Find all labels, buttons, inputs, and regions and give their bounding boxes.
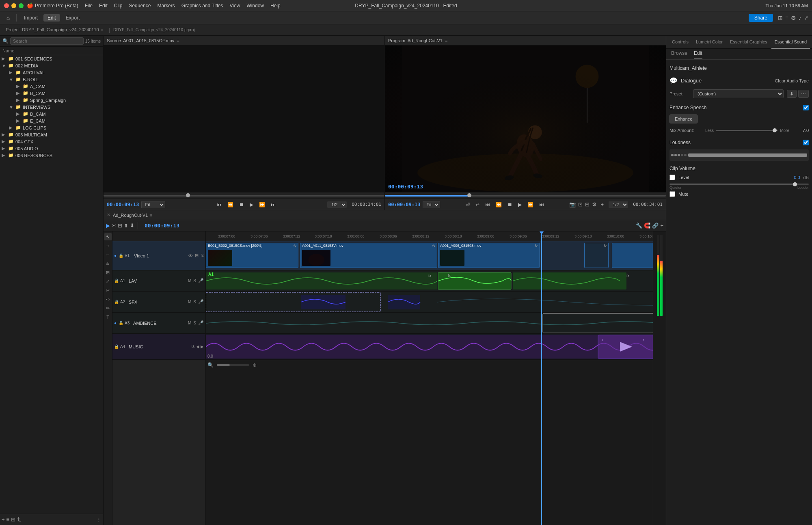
v1-lock-icon[interactable]: 🔒 [119,253,123,258]
tab-essential-graphics[interactable]: Essential Graphics [727,36,771,49]
mute-checkbox[interactable] [669,191,675,197]
transport-fwd-icon[interactable]: ⏭ [269,201,277,208]
a3-mic-icon[interactable]: 🎤 [198,320,204,326]
list-item[interactable]: ▶ 📁 ARCHIVAL [0,69,103,76]
tab-browse[interactable]: Browse [671,50,687,59]
list-item[interactable]: ▶ 📁 001 SEQUENCES [0,55,103,62]
a2-lock-icon[interactable]: 🔒 [114,300,119,304]
camera-icon[interactable]: 📷 [569,201,576,207]
grid-view-icon[interactable]: ⊞ [778,15,783,21]
menu-clip[interactable]: Clip [114,3,123,9]
menu-markers[interactable]: Markers [157,3,175,9]
tl-magnet-icon[interactable]: 🧲 [644,223,650,229]
a3-sync[interactable]: ● [114,321,117,325]
mark-out-icon[interactable]: ↩ [474,201,481,208]
import-button[interactable]: Import [20,14,42,22]
a3-m-btn[interactable]: M [188,321,191,325]
list-item[interactable]: ▼ 📁 002 MEDIA [0,62,103,69]
search-input[interactable] [10,37,84,45]
video-clip[interactable]: A001_A011_08153V.mov fx [300,243,437,268]
list-item[interactable]: ▶ 📁 006 RESOURCES [0,152,103,159]
compare-icon[interactable]: ⊟ [585,201,590,207]
pen-tool-icon[interactable]: ✏ [104,305,112,312]
list-item[interactable]: ▶ 📁 D_CAM [0,110,103,117]
save-preset-button[interactable]: ⬇ [787,90,797,98]
scrubber-thumb[interactable] [186,193,190,197]
preset-options-button[interactable]: ⋯ [798,90,809,98]
slip-tool-icon[interactable]: ⇔ [104,296,112,303]
scrubber-thumb[interactable] [467,193,471,197]
a2-mic-icon[interactable]: 🎤 [198,299,204,305]
a1-s-btn[interactable]: S [193,279,196,283]
page-indicator[interactable]: 1/2 [327,201,347,208]
level-checkbox[interactable] [669,175,675,180]
list-view-icon[interactable]: ≡ [785,15,788,21]
a1-mic-icon[interactable]: 🎤 [198,278,204,283]
tl-link-icon[interactable]: 🔗 [652,223,659,229]
export-button[interactable]: Export [62,14,84,22]
program-timecode-overlay[interactable]: 00:00:09:13 [388,184,423,190]
settings-icon[interactable]: ⚙ [791,15,796,21]
list-item[interactable]: ▶ 📁 E_CAM [0,117,103,124]
timeline-ruler[interactable]: 3:00:07:00 3:00:07:06 3:00:07:12 3:00:07… [206,231,653,241]
v1-fx-icon[interactable]: fx [201,253,204,258]
menu-graphics[interactable]: Graphics and Titles [181,3,223,9]
zoom-in-icon[interactable]: ⊕ [253,362,257,368]
v1-track-controls[interactable]: ⊟ [195,253,199,258]
zoom-out-icon[interactable]: 🔍 [207,362,214,368]
tl-tool-icon[interactable]: ▶ [106,223,110,229]
list-item[interactable]: ▶ 📁 003 MULTICAM [0,131,103,138]
list-item[interactable]: ▶ 📁 A_CAM [0,83,103,90]
track-v1-sync[interactable]: ● [114,253,117,258]
program-fit-select[interactable]: Fit [423,201,440,208]
mac-window-controls[interactable] [4,3,24,8]
list-item[interactable]: ▶ 📁 B_CAM [0,90,103,97]
apple-menu[interactable]: 🍎 [27,2,33,9]
mark-in-icon[interactable]: ⏎ [464,201,471,208]
timeline-menu-icon[interactable]: ≡ [149,213,152,218]
fit-select[interactable]: Fit 25% 50% 100% [141,201,165,208]
program-monitor-menu[interactable]: ≡ [445,38,447,43]
a2-s-btn[interactable]: S [193,300,196,304]
list-item[interactable]: ▶ 📁 LOG CLIPS [0,124,103,131]
transport-stop2-icon[interactable]: ⏹ [506,201,514,208]
a1-m-btn[interactable]: M [188,279,191,283]
menu-view[interactable]: View [230,3,240,9]
menu-app[interactable]: Premiere Pro (Beta) [35,3,78,9]
transport-fwd2-icon[interactable]: ⏭ [538,201,546,208]
list-item[interactable]: ▶ 📁 004 GFX [0,138,103,145]
list-item[interactable]: ▼ 📁 INTERVIEWS [0,104,103,110]
list-item[interactable]: ▶ 📁 Spring_Campaign [0,97,103,104]
source-timecode[interactable]: 00:00:09:13 [107,202,139,207]
list-view-icon[interactable]: ≡ [6,516,10,523]
tab-lumetri[interactable]: Lumetri Color [693,36,726,49]
tl-ripple-icon[interactable]: ✂ [112,223,116,229]
expand-icon[interactable]: ⤢ [804,15,809,21]
audio-icon[interactable]: ♪ [799,15,801,21]
a3-s-btn[interactable]: S [193,321,196,325]
transport-play-icon[interactable]: ▶ [248,201,255,208]
fullscreen-button[interactable] [19,3,24,8]
a4-increase-vol[interactable]: ▶ [201,344,204,349]
ripple-tool-icon[interactable]: ≋ [104,260,112,267]
icon-view-icon[interactable]: ⊞ [11,516,15,523]
add-icon[interactable]: + [601,201,604,207]
program-page-indicator[interactable]: 1/2 [609,201,628,208]
transport-stepback2-icon[interactable]: ⏪ [494,201,503,208]
a1-lock-icon[interactable]: 🔒 [114,279,119,283]
video-clip[interactable]: fx [612,243,653,268]
menu-window[interactable]: Window [246,3,264,9]
clear-audio-type-button[interactable]: Clear Audio Type [775,78,809,83]
video-clip-selected clip-selected[interactable]: fx [584,243,609,268]
roll-tool-icon[interactable]: ⊞ [104,269,112,276]
level-thumb[interactable] [793,182,797,186]
list-item[interactable]: ▶ 📁 005 AUDIO [0,145,103,152]
new-item-icon[interactable]: + [2,516,5,523]
tl-lift-icon[interactable]: ⬆ [124,223,128,229]
share-button[interactable]: Share [749,14,773,22]
forward-select-icon[interactable]: → [104,242,112,249]
tab-edit[interactable]: Edit [694,50,702,59]
video-clip[interactable]: B001_B002_0815CS.mov [200%] fx [206,243,298,268]
type-tool-icon[interactable]: T [104,313,112,321]
level-slider[interactable] [669,184,809,185]
